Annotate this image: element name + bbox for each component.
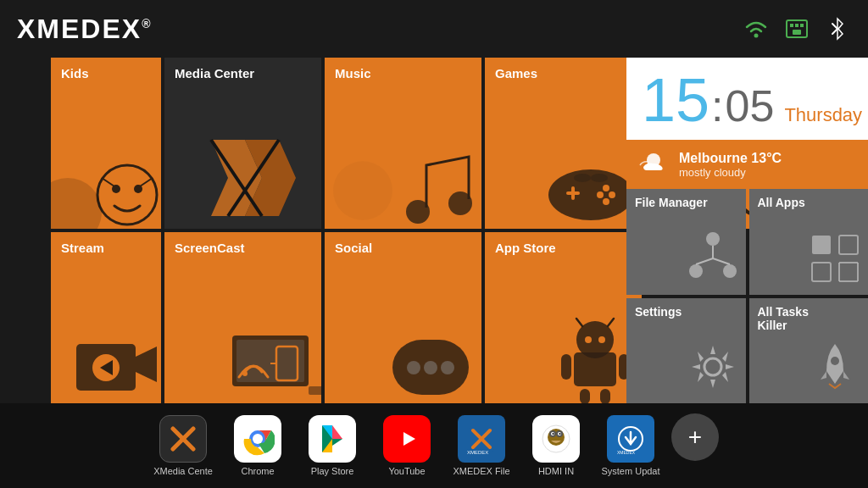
logo-sup: ®: [142, 17, 152, 30]
tile-games[interactable]: Games: [485, 58, 642, 229]
xmedia-center-icon: [166, 422, 200, 456]
tile-social[interactable]: Social: [325, 232, 481, 403]
tile-settings-label: Settings: [635, 305, 682, 319]
chrome-icon: [241, 422, 275, 456]
svg-point-22: [597, 191, 604, 198]
tile-all-apps-label: All Apps: [758, 196, 805, 209]
svg-point-32: [242, 371, 248, 376]
svg-point-37: [407, 361, 420, 374]
svg-rect-44: [580, 389, 590, 403]
taskbar-item-play-store[interactable]: Play Store: [298, 415, 366, 476]
svg-point-21: [609, 191, 615, 198]
tile-file-manager[interactable]: File Manager: [626, 189, 746, 295]
tile-stream-label: Stream: [61, 241, 104, 255]
tile-media-center[interactable]: Media Center: [164, 58, 321, 229]
play-store-icon: [315, 422, 349, 456]
xmedex-file-icon-wrap: XMEDEX: [458, 415, 505, 463]
svg-rect-2: [790, 24, 793, 27]
xmedex-file-label: XMEDEX File: [453, 466, 509, 476]
svg-point-85: [553, 433, 554, 435]
svg-text:XMEDEX: XMEDEX: [617, 450, 636, 455]
svg-text:XMEDEX: XMEDEX: [467, 450, 488, 455]
chrome-icon-wrap: [234, 415, 281, 463]
weather-city: Melbourne 13°C: [679, 151, 782, 166]
tile-music[interactable]: Music: [325, 58, 481, 229]
xmedia-center-icon-wrap: [159, 415, 207, 463]
clock-minutes: 05: [726, 84, 775, 128]
tile-games-label: Games: [495, 66, 537, 80]
tile-app-store-label: App Store: [495, 241, 556, 255]
svg-marker-73: [332, 425, 342, 439]
youtube-icon-wrap: [383, 415, 431, 463]
tile-kids[interactable]: Kids: [51, 58, 161, 229]
weather-bar: Melbourne 13°C mostly cloudy: [626, 140, 868, 189]
svg-rect-5: [793, 30, 801, 35]
hdmi-in-icon: [539, 422, 573, 456]
svg-line-48: [576, 319, 582, 326]
add-app-button[interactable]: +: [671, 413, 719, 461]
taskbar-item-xmedia-center[interactable]: XMedia Cente: [149, 415, 217, 476]
svg-point-38: [424, 361, 437, 374]
header: XMEDEX®: [0, 0, 868, 58]
xmedia-center-label: XMedia Cente: [153, 466, 213, 476]
bluetooth-icon: [824, 15, 851, 42]
svg-rect-41: [574, 352, 616, 386]
file-manager-icon: [683, 229, 743, 291]
tasks-killer-icon: [805, 337, 865, 400]
svg-marker-27: [136, 347, 157, 382]
svg-line-55: [696, 258, 713, 264]
svg-rect-4: [800, 24, 804, 27]
svg-point-46: [585, 336, 592, 343]
svg-point-24: [574, 174, 591, 182]
tile-screencast[interactable]: ScreenCast: [164, 232, 321, 403]
tile-app-store[interactable]: App Store: [485, 232, 642, 403]
youtube-label: YouTube: [388, 466, 425, 476]
tile-stream[interactable]: Stream: [51, 232, 161, 403]
weather-info: Melbourne 13°C mostly cloudy: [679, 151, 782, 179]
svg-rect-42: [561, 354, 571, 380]
svg-rect-58: [839, 236, 858, 254]
taskbar-item-system-update[interactable]: XMEDEX System Updat: [597, 415, 665, 476]
logo-text: XMEDEX: [17, 14, 142, 44]
taskbar-item-youtube[interactable]: YouTube: [373, 415, 441, 476]
svg-point-39: [441, 361, 454, 374]
svg-point-25: [591, 174, 608, 182]
taskbar-item-hdmi-in[interactable]: HDMI IN: [522, 415, 590, 476]
all-apps-icon: [805, 229, 865, 291]
youtube-icon: [390, 422, 424, 456]
weather-description: mostly cloudy: [679, 166, 782, 179]
tile-all-tasks-killer[interactable]: All Tasks Killer: [749, 298, 869, 404]
chrome-label: Chrome: [241, 466, 274, 476]
taskbar-item-chrome[interactable]: Chrome: [224, 415, 292, 476]
tile-kids-label: Kids: [61, 66, 89, 80]
svg-point-65: [831, 357, 839, 365]
svg-point-0: [754, 34, 759, 38]
tile-file-manager-label: File Manager: [635, 196, 708, 209]
taskbar: XMedia Cente Chrome Play Store: [0, 403, 868, 488]
tile-settings[interactable]: Settings: [626, 298, 746, 404]
svg-rect-35: [309, 386, 321, 395]
svg-line-49: [608, 319, 614, 326]
svg-rect-3: [795, 24, 798, 27]
right-panel: 15 : 05 Thursday Melbourne 13°C mostly c…: [626, 58, 868, 403]
taskbar-item-xmedex-file[interactable]: XMEDEX XMEDEX File: [448, 415, 515, 476]
svg-point-47: [598, 336, 605, 343]
wifi-icon: [743, 15, 770, 42]
play-store-icon-wrap: [309, 415, 356, 463]
svg-point-69: [253, 434, 263, 444]
svg-point-53: [723, 264, 737, 278]
screencast-icon: [215, 323, 321, 403]
svg-rect-59: [812, 263, 831, 281]
tile-all-apps[interactable]: All Apps: [749, 189, 869, 295]
play-store-label: Play Store: [311, 466, 354, 476]
tile-browser-label: Browser: [655, 66, 706, 80]
svg-rect-57: [812, 236, 831, 254]
xmedex-file-icon: XMEDEX: [465, 422, 498, 456]
clock-separator: :: [711, 84, 723, 128]
tile-screencast-label: ScreenCast: [175, 241, 245, 255]
svg-point-20: [603, 185, 609, 191]
svg-point-86: [559, 433, 561, 435]
tile-all-tasks-killer-label: All Tasks Killer: [758, 305, 809, 332]
svg-point-23: [603, 198, 609, 205]
clock-day: Thursday: [784, 104, 862, 126]
